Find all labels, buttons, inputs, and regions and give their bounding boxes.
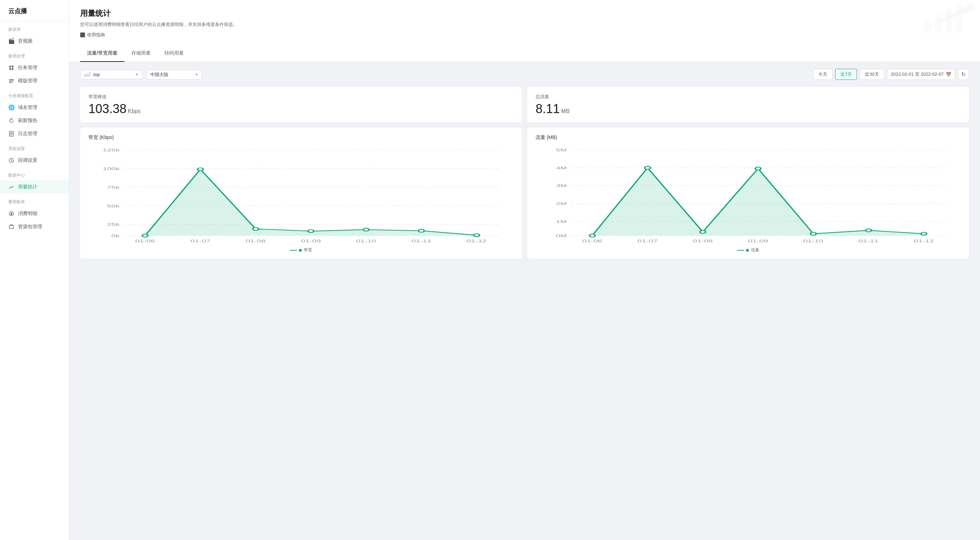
tab-storage[interactable]: 存储用量 xyxy=(124,45,158,62)
svg-point-69 xyxy=(921,232,926,236)
svg-text:01-06: 01-06 xyxy=(135,239,155,243)
date-filter-group: 今天 近7天 近30天 2022-02-01 至 2022-02-07 📅 ↻ xyxy=(813,69,969,80)
tab-bandwidth[interactable]: 流量/带宽用量 xyxy=(80,45,124,62)
sidebar-item-label: 模版管理 xyxy=(18,78,37,84)
svg-point-38 xyxy=(253,228,258,231)
svg-text:01-09: 01-09 xyxy=(748,239,768,243)
tab-transcode[interactable]: 转码用量 xyxy=(158,45,191,62)
svg-text:4M: 4M xyxy=(556,166,567,170)
sidebar-item-billing[interactable]: 消费明细 xyxy=(0,207,69,220)
sidebar-item-label: 刷新预热 xyxy=(18,118,37,124)
traffic-chart: 5M 4M 3M 2M 1M 0M 01-06 01-07 01-08 01-0… xyxy=(536,146,961,243)
sidebar-item-resource[interactable]: 资源包管理 xyxy=(0,220,69,233)
legend-line xyxy=(290,250,297,251)
svg-marker-62 xyxy=(592,168,924,236)
section-label-distribution: 分发播放配置 xyxy=(0,88,69,101)
sidebar-item-callback[interactable]: 回调设置 xyxy=(0,154,69,167)
svg-text:01-11: 01-11 xyxy=(859,239,879,243)
sidebar: 云点播 媒资库 🎬 音视频 媒资处理 任务管理 模版管理 分发播放配置 🌐 域名… xyxy=(0,0,69,540)
template-icon xyxy=(8,78,14,84)
bandwidth-chart-title: 带宽 (Kbps) xyxy=(89,134,514,141)
date-range-picker[interactable]: 2022-02-01 至 2022-02-07 📅 xyxy=(887,69,955,80)
sidebar-item-domain[interactable]: 🌐 域名管理 xyxy=(0,101,69,114)
svg-point-68 xyxy=(865,229,871,232)
domain-select[interactable]: .top ▼ xyxy=(80,70,142,79)
svg-rect-1 xyxy=(12,66,13,67)
domain-icon: 🌐 xyxy=(8,104,14,111)
sidebar-item-label: 任务管理 xyxy=(18,65,37,71)
svg-point-42 xyxy=(474,234,479,237)
svg-rect-3 xyxy=(12,68,13,70)
svg-text:01-11: 01-11 xyxy=(412,239,431,243)
sidebar-item-audio-video[interactable]: 🎬 音视频 xyxy=(0,35,69,48)
svg-text:01-09: 01-09 xyxy=(301,239,321,243)
domain-value: .top xyxy=(92,72,133,77)
page-title: 用量统计 xyxy=(80,8,969,19)
refresh-button[interactable]: ↻ xyxy=(958,69,969,80)
callback-icon xyxy=(8,157,14,164)
bandwidth-peak-value: 103.38Kbps xyxy=(89,103,514,115)
svg-rect-13 xyxy=(945,9,952,33)
book-icon xyxy=(80,32,85,37)
section-label-media: 媒资库 xyxy=(0,21,69,35)
sidebar-item-label: 消费明细 xyxy=(18,210,37,217)
content-area: .top ▼ 中国大陆 海外 全球 ▼ 今天 近7天 近30天 2022-02-… xyxy=(69,62,980,266)
svg-point-39 xyxy=(308,229,314,233)
svg-text:125k: 125k xyxy=(103,148,120,153)
sidebar-item-usage-stats[interactable]: 用量统计 xyxy=(0,180,69,194)
legend-dot xyxy=(299,249,302,252)
bandwidth-chart: 125k 100k 75k 50k 25k 0k 01-06 01-07 01-… xyxy=(89,146,514,243)
svg-text:0k: 0k xyxy=(111,233,120,238)
svg-point-67 xyxy=(810,232,816,236)
today-btn[interactable]: 今天 xyxy=(813,69,832,80)
log-icon xyxy=(8,131,14,137)
usage-stats-icon xyxy=(8,184,14,190)
charts-row: 带宽 (Kbps) 125k 100k 75k 50k xyxy=(80,127,969,259)
refresh-icon xyxy=(8,118,14,124)
svg-rect-2 xyxy=(10,68,11,70)
traffic-legend-item: 流量 xyxy=(737,247,759,253)
domain-logo-icon xyxy=(84,72,90,77)
svg-text:25k: 25k xyxy=(107,222,120,227)
traffic-legend-label: 流量 xyxy=(751,247,759,253)
svg-text:50k: 50k xyxy=(107,204,120,208)
app-logo: 云点播 xyxy=(0,0,69,21)
bandwidth-chart-card: 带宽 (Kbps) 125k 100k 75k 50k xyxy=(80,127,522,259)
sidebar-item-template[interactable]: 模版管理 xyxy=(0,74,69,88)
svg-point-65 xyxy=(700,230,706,233)
section-label-billing: 费用账单 xyxy=(0,194,69,207)
bandwidth-legend: 带宽 xyxy=(89,247,514,253)
svg-rect-4 xyxy=(9,79,14,80)
traffic-chart-title: 流量 (MB) xyxy=(536,134,961,141)
traffic-legend: 流量 xyxy=(536,247,961,253)
sidebar-item-label: 音视频 xyxy=(18,38,32,44)
sidebar-item-label: 资源包管理 xyxy=(18,224,42,230)
help-link[interactable]: 使用指南 xyxy=(80,32,105,38)
filter-bar: .top ▼ 中国大陆 海外 全球 ▼ 今天 近7天 近30天 2022-02-… xyxy=(80,69,969,80)
stats-row: 带宽峰值 103.38Kbps 总流量 8.11MB xyxy=(80,87,969,122)
svg-rect-10 xyxy=(10,225,13,228)
svg-text:01-08: 01-08 xyxy=(693,239,713,243)
legend-line xyxy=(737,250,744,251)
svg-text:01-12: 01-12 xyxy=(467,239,487,243)
sidebar-item-task[interactable]: 任务管理 xyxy=(0,61,69,74)
svg-marker-35 xyxy=(145,169,477,236)
date-range-text: 2022-02-01 至 2022-02-07 xyxy=(891,71,944,77)
svg-text:75k: 75k xyxy=(107,185,120,190)
bandwidth-legend-item: 带宽 xyxy=(290,247,312,253)
svg-rect-0 xyxy=(10,66,11,67)
svg-point-66 xyxy=(756,167,761,170)
svg-point-40 xyxy=(363,228,369,231)
calendar-icon: 📅 xyxy=(946,72,951,77)
svg-rect-6 xyxy=(9,82,13,83)
region-select[interactable]: 中国大陆 海外 全球 xyxy=(146,70,202,80)
svg-point-9 xyxy=(10,212,13,216)
header-decoration xyxy=(918,3,973,36)
total-traffic-value: 8.11MB xyxy=(536,103,961,115)
sidebar-item-log[interactable]: 日志管理 xyxy=(0,127,69,140)
svg-text:2M: 2M xyxy=(556,202,567,206)
last-7-days-btn[interactable]: 近7天 xyxy=(835,69,857,80)
section-label-data: 数据中心 xyxy=(0,167,69,180)
sidebar-item-refresh[interactable]: 刷新预热 xyxy=(0,114,69,127)
last-30-days-btn[interactable]: 近30天 xyxy=(860,69,884,80)
